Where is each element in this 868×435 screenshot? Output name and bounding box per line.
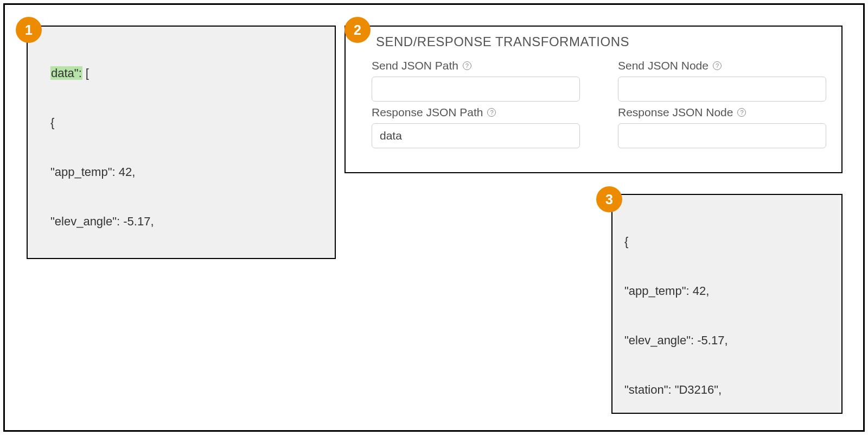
field-send-json-node: Send JSON Node ?: [618, 59, 826, 102]
code-text: "elev_angle": -5.17,: [624, 332, 832, 349]
form-column-left: Send JSON Path ? Response JSON Path ?: [372, 59, 580, 148]
help-icon[interactable]: ?: [737, 108, 746, 117]
input-response-json-node[interactable]: [618, 123, 826, 148]
transformations-form-panel: SEND/RESPONSE TRANSFORMATIONS Send JSON …: [344, 26, 843, 173]
help-icon[interactable]: ?: [713, 61, 722, 70]
code-text: "station": "D3216",: [624, 382, 832, 398]
field-response-json-path: Response JSON Path ?: [372, 106, 580, 148]
form-grid: Send JSON Path ? Response JSON Path ?: [372, 59, 826, 148]
content-frame: 1 2 3 data": [ { "app_temp": 42, "elev_a…: [3, 3, 865, 432]
code-text: [: [82, 66, 89, 80]
label-text: Response JSON Node: [618, 106, 733, 119]
section-title: SEND/RESPONSE TRANSFORMATIONS: [376, 34, 826, 49]
label-send-json-node: Send JSON Node ?: [618, 59, 826, 72]
label-send-json-path: Send JSON Path ?: [372, 59, 580, 72]
callout-marker-2: 2: [344, 17, 371, 43]
form-column-right: Send JSON Node ? Response JSON Node ?: [618, 59, 826, 148]
label-response-json-path: Response JSON Path ?: [372, 106, 580, 119]
code-text: "app_temp": 42,: [40, 164, 325, 180]
field-response-json-node: Response JSON Node ?: [618, 106, 826, 148]
input-response-json-path[interactable]: [372, 123, 580, 148]
label-text: Response JSON Path: [372, 106, 483, 119]
input-send-json-node[interactable]: [618, 77, 826, 102]
callout-marker-3: 3: [596, 186, 622, 212]
label-text: Send JSON Node: [618, 59, 709, 72]
label-text: Send JSON Path: [372, 59, 458, 72]
label-response-json-node: Response JSON Node ?: [618, 106, 826, 119]
code-text: "app_temp": 42,: [624, 283, 832, 299]
code-text: "elev_angle": -5.17,: [40, 213, 325, 230]
highlighted-json-key: data":: [50, 66, 82, 80]
json-result-panel: { "app_temp": 42, "elev_angle": -5.17, "…: [611, 194, 843, 414]
field-send-json-path: Send JSON Path ?: [372, 59, 580, 102]
help-icon[interactable]: ?: [487, 108, 496, 117]
json-source-panel: data": [ { "app_temp": 42, "elev_angle":…: [27, 26, 336, 259]
code-text: {: [40, 115, 325, 131]
callout-marker-1: 1: [16, 17, 42, 43]
code-text: {: [624, 234, 832, 250]
input-send-json-path[interactable]: [372, 77, 580, 102]
help-icon[interactable]: ?: [463, 61, 471, 70]
